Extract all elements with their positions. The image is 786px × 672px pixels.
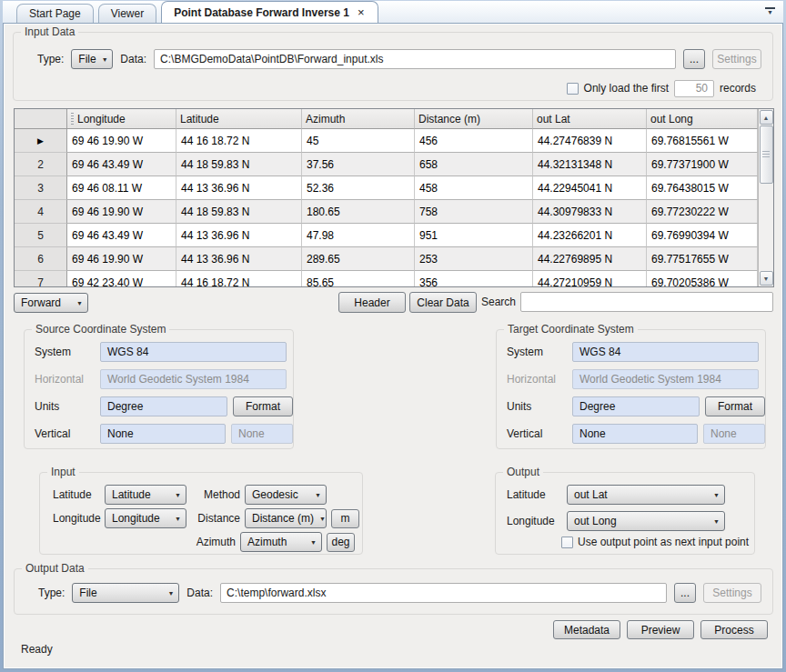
- row-header[interactable]: 7: [15, 271, 67, 286]
- table-row[interactable]: 4 69 46 19.90 W 44 18 59.83 N 180.65 758…: [15, 200, 758, 224]
- scrollbar-thumb[interactable]: [760, 125, 773, 184]
- cell-azimuth[interactable]: 180.65: [302, 200, 415, 224]
- cell-longitude[interactable]: 69 46 19.90 W: [67, 200, 176, 224]
- column-header-distance[interactable]: Distance (m): [415, 109, 533, 129]
- cell-latitude[interactable]: 44 18 59.83 N: [176, 153, 302, 176]
- browse-button[interactable]: ...: [683, 49, 705, 69]
- table-row[interactable]: 7 69 42 23.40 W 44 16 18.72 N 85.65 356 …: [15, 271, 758, 286]
- target-system-field[interactable]: WGS 84: [572, 342, 759, 362]
- cell-out-lat[interactable]: 44.22945041 N: [533, 176, 647, 200]
- tab-list-menu-icon[interactable]: ▼: [765, 7, 775, 15]
- row-header[interactable]: 5: [15, 224, 67, 247]
- distance-combobox[interactable]: Distance (m)▼: [245, 508, 327, 528]
- method-combobox[interactable]: Geodesic▼: [245, 485, 327, 505]
- cell-distance[interactable]: 758: [415, 200, 533, 224]
- grid-corner-cell[interactable]: [15, 109, 67, 129]
- cell-distance[interactable]: 658: [415, 153, 533, 176]
- column-header-azimuth[interactable]: Azimuth: [302, 109, 415, 129]
- cell-azimuth[interactable]: 289.65: [302, 247, 415, 271]
- cell-latitude[interactable]: 44 16 18.72 N: [176, 271, 302, 286]
- header-button[interactable]: Header: [338, 292, 406, 313]
- use-output-point-checkbox[interactable]: [561, 537, 573, 548]
- tab-point-database-forward-inverse[interactable]: Point Database Forward Inverse 1 ×: [161, 1, 378, 23]
- vertical-scrollbar[interactable]: ▲ ▼: [758, 109, 773, 286]
- browse-button[interactable]: ...: [674, 583, 696, 603]
- input-settings-button[interactable]: Settings: [712, 49, 761, 69]
- row-header[interactable]: 4: [15, 200, 67, 224]
- source-system-field[interactable]: WGS 84: [100, 342, 287, 362]
- column-header-longitude[interactable]: Longitude: [67, 109, 176, 129]
- cell-out-lat[interactable]: 44.30979833 N: [533, 200, 647, 224]
- row-header[interactable]: 3: [15, 176, 67, 200]
- cell-longitude[interactable]: 69 46 08.11 W: [67, 176, 176, 200]
- cell-out-long[interactable]: 69.77371900 W: [647, 153, 758, 176]
- search-input[interactable]: [520, 292, 773, 312]
- column-header-latitude[interactable]: Latitude: [176, 109, 302, 129]
- cell-distance[interactable]: 458: [415, 176, 533, 200]
- output-settings-button[interactable]: Settings: [703, 583, 761, 603]
- cell-out-lat[interactable]: 44.27210959 N: [533, 271, 647, 286]
- cell-longitude[interactable]: 69 42 23.40 W: [67, 271, 176, 286]
- azimuth-unit-button[interactable]: deg: [327, 533, 355, 552]
- cell-out-lat[interactable]: 44.22769895 N: [533, 247, 647, 271]
- column-header-out-long[interactable]: out Long: [647, 109, 758, 129]
- cell-longitude[interactable]: 69 46 19.90 W: [67, 129, 176, 153]
- cell-distance[interactable]: 356: [415, 271, 533, 286]
- cell-distance[interactable]: 951: [415, 224, 533, 247]
- cell-out-long[interactable]: 69.76438015 W: [647, 176, 758, 200]
- input-latitude-combobox[interactable]: Latitude▼: [105, 485, 186, 505]
- table-row[interactable]: 2 69 46 43.49 W 44 18 59.83 N 37.56 658 …: [15, 153, 758, 176]
- cell-azimuth[interactable]: 45: [302, 129, 415, 153]
- cell-out-lat[interactable]: 44.27476839 N: [533, 129, 647, 153]
- cell-out-long[interactable]: 69.77517655 W: [647, 247, 758, 271]
- cell-out-lat[interactable]: 44.23266201 N: [533, 224, 647, 247]
- cell-distance[interactable]: 456: [415, 129, 533, 153]
- only-load-checkbox[interactable]: [567, 83, 579, 95]
- input-data-path-field[interactable]: [154, 49, 676, 69]
- cell-out-lat[interactable]: 44.32131348 N: [533, 153, 647, 176]
- cell-azimuth[interactable]: 85.65: [302, 271, 415, 286]
- input-type-combobox[interactable]: File ▼: [71, 49, 113, 69]
- cell-out-long[interactable]: 69.77230222 W: [647, 200, 758, 224]
- cell-out-long[interactable]: 69.76815561 W: [647, 129, 758, 153]
- metadata-button[interactable]: Metadata: [553, 620, 620, 639]
- close-tab-icon[interactable]: ×: [357, 6, 366, 18]
- cell-azimuth[interactable]: 37.56: [302, 153, 415, 176]
- cell-longitude[interactable]: 69 46 19.90 W: [67, 247, 176, 271]
- cell-out-long[interactable]: 69.76990394 W: [647, 224, 758, 247]
- direction-combobox[interactable]: Forward ▼: [14, 293, 88, 313]
- table-row[interactable]: 3 69 46 08.11 W 44 13 36.96 N 52.36 458 …: [15, 176, 758, 200]
- cell-latitude[interactable]: 44 13 36.96 N: [176, 224, 302, 247]
- table-row[interactable]: 6 69 46 19.90 W 44 13 36.96 N 289.65 253…: [15, 247, 758, 271]
- source-format-button[interactable]: Format: [233, 396, 293, 416]
- output-data-path-field[interactable]: [220, 583, 667, 603]
- output-type-combobox[interactable]: File ▼: [72, 583, 179, 603]
- azimuth-combobox[interactable]: Azimuth▼: [240, 532, 322, 552]
- cell-azimuth[interactable]: 52.36: [302, 176, 415, 200]
- cell-azimuth[interactable]: 47.98: [302, 224, 415, 247]
- target-format-button[interactable]: Format: [705, 396, 765, 416]
- source-units-field[interactable]: Degree: [100, 396, 227, 416]
- scroll-up-icon[interactable]: ▲: [760, 110, 773, 125]
- row-header[interactable]: 2: [15, 153, 67, 176]
- target-vertical-field[interactable]: None: [572, 424, 698, 444]
- cell-latitude[interactable]: 44 18 59.83 N: [176, 200, 302, 224]
- column-header-out-lat[interactable]: out Lat: [533, 109, 647, 129]
- preview-button[interactable]: Preview: [627, 620, 694, 639]
- cell-longitude[interactable]: 69 46 43.49 W: [67, 224, 176, 247]
- table-row[interactable]: 5 69 46 43.49 W 44 13 36.96 N 47.98 951 …: [15, 224, 758, 247]
- scroll-down-icon[interactable]: ▼: [760, 271, 773, 286]
- source-vertical-field[interactable]: None: [100, 424, 226, 444]
- clear-data-button[interactable]: Clear Data: [409, 292, 477, 313]
- tab-start-page[interactable]: Start Page: [16, 4, 94, 23]
- input-longitude-combobox[interactable]: Longitude▼: [105, 508, 186, 528]
- row-header[interactable]: 6: [15, 247, 67, 271]
- cell-longitude[interactable]: 69 46 43.49 W: [67, 153, 176, 176]
- distance-unit-button[interactable]: m: [331, 509, 359, 528]
- output-longitude-combobox[interactable]: out Long▼: [567, 511, 725, 531]
- output-latitude-combobox[interactable]: out Lat▼: [567, 485, 725, 505]
- process-button[interactable]: Process: [700, 620, 768, 639]
- cell-out-long[interactable]: 69.70205386 W: [647, 271, 758, 286]
- tab-viewer[interactable]: Viewer: [98, 4, 156, 23]
- cell-latitude[interactable]: 44 16 18.72 N: [176, 129, 302, 153]
